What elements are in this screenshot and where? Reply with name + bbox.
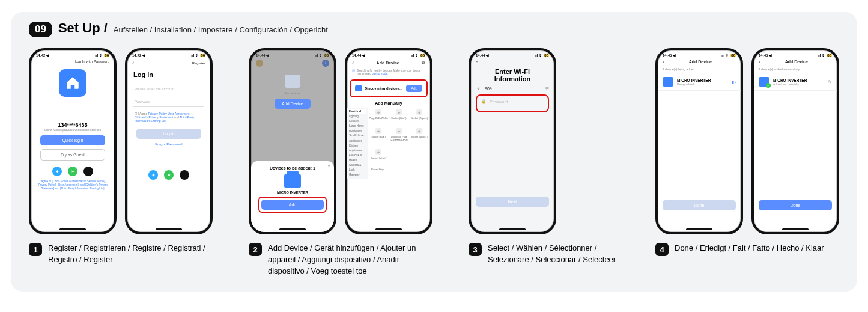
device-icon — [284, 174, 301, 188]
wifi-small-icon: ᯤ — [476, 87, 482, 91]
caption-number: 1 — [29, 243, 42, 256]
device-name: MICRO INVERTER — [256, 191, 329, 194]
add-device-button[interactable]: Add Device — [275, 99, 311, 109]
app-logo-icon — [59, 69, 86, 97]
discovering-box: Discovering devices... Add — [350, 79, 428, 97]
manual-categories: ElectricalLightingSensorsLarge Home Appl… — [347, 108, 430, 179]
swap-network-icon[interactable]: ⇄ — [545, 86, 549, 91]
masked-phone: 134****6435 — [31, 122, 114, 128]
try-guest-button[interactable]: Try as Guest — [40, 149, 105, 161]
add-found-button[interactable]: Add — [406, 85, 422, 92]
wechat-icon[interactable]: ✶ — [164, 170, 174, 180]
close-icon[interactable]: × — [476, 60, 478, 63]
close-icon[interactable]: × — [327, 164, 330, 169]
success-check-icon: ✓ — [766, 83, 771, 88]
provider-note: China Mobile provides verification servi… — [31, 128, 114, 132]
lock-icon: 🔒 — [481, 99, 487, 104]
phone-added: 14:45 ◀ıılᯤ86 ×Add Device 1 device(s) ad… — [751, 48, 839, 234]
phone-quicklogin: 14:42 ◀ ıılᯤ86 Log In with Password 134*… — [29, 48, 117, 234]
page-title: Add Device — [689, 60, 712, 64]
info-icon: ⓘ — [352, 69, 355, 72]
step-2: 14:44 ◀ıılᯤ86 + No devices Add Device × … — [249, 48, 432, 277]
quick-login-button[interactable]: Quick login — [40, 135, 105, 145]
close-icon[interactable]: × — [663, 60, 665, 64]
phone-wifi: 14:44 ◀ıılᯤ86 × Enter Wi-Fi Information … — [469, 48, 556, 234]
login-title: Log In — [127, 67, 210, 82]
step-4: 14:45 ◀ıılᯤ86 ×Add Device 1 device(s) be… — [655, 48, 839, 256]
sheet-title: Devices to be added: 1 — [256, 166, 329, 170]
forgot-password-link[interactable]: Forgot Password — [127, 142, 210, 146]
steps-row: 14:42 ◀ ıılᯤ86 Log In with Password 134*… — [29, 48, 839, 277]
device-grid[interactable]: Plug (BLE+Wi-Fi) Socket (Wi-Fi) Socket (… — [368, 108, 430, 179]
category-sidebar[interactable]: ElectricalLightingSensorsLarge Home Appl… — [347, 108, 368, 179]
device-thumb-icon — [355, 85, 362, 91]
caption-2: 2 Add Device / Gerät hinzufügen / Ajoute… — [249, 243, 432, 277]
phone-add-device: 14:44 ◀ıılᯤ86 ‹Add Device⧉ ⓘSearching fo… — [345, 48, 432, 234]
agree-checkbox[interactable]: ☐ I Agree Privacy Policy User Agreement … — [127, 109, 210, 125]
status-bar: 14:42 ◀ ıılᯤ86 — [31, 50, 114, 58]
alipay-icon[interactable]: ✦ — [148, 170, 158, 180]
phone-adding: 14:45 ◀ıılᯤ86 ×Add Device 1 device(s) be… — [655, 48, 743, 234]
step-3: 14:44 ◀ıılᯤ86 × Enter Wi-Fi Information … — [469, 48, 619, 266]
page-title: Add Device — [377, 61, 399, 65]
section-header: 09 Set Up / Aufstellen / Installation / … — [29, 20, 839, 37]
caption-3: 3 Select / Wählen / Sélectionner / Selez… — [469, 243, 619, 266]
back-icon[interactable]: ‹ — [352, 60, 354, 66]
apple-icon[interactable] — [180, 170, 189, 180]
ssid-row[interactable]: ᯤ809⇄ — [476, 86, 549, 91]
home-indicator — [59, 228, 86, 230]
section-title: Set Up / — [58, 20, 108, 36]
wifi-icon: ᯤ — [99, 54, 103, 57]
step-number: 09 — [29, 22, 52, 37]
battery-icon: 86 — [104, 54, 109, 57]
edit-icon[interactable]: ✎ — [828, 79, 832, 85]
register-link[interactable]: Register — [192, 61, 205, 65]
sheet-add-button[interactable]: Add — [261, 200, 324, 210]
adding-sub: 1 device(s) being added — [658, 65, 741, 73]
spinner-icon: ◐ — [732, 79, 736, 85]
search-banner: ⓘSearching for nearby devices. Make sure… — [347, 67, 430, 77]
caption-1: 1 Register / Registrieren / Registre / R… — [29, 243, 213, 266]
wifi-title: Enter Wi-Fi Information — [471, 64, 554, 86]
apple-icon[interactable] — [83, 167, 93, 176]
step-1: 14:42 ◀ ıılᯤ86 Log In with Password 134*… — [29, 48, 213, 266]
login-password-link[interactable]: Log In with Password — [75, 60, 109, 63]
alipay-icon[interactable]: ✦ — [52, 167, 62, 176]
back-icon[interactable]: ‹ — [132, 60, 134, 66]
next-button[interactable]: Next — [476, 197, 549, 207]
manual-section-09: 09 Set Up / Aufstellen / Installation / … — [11, 12, 857, 292]
wechat-icon[interactable]: ✶ — [68, 167, 77, 176]
device-icon — [663, 77, 673, 87]
login-button[interactable]: Log In — [136, 129, 201, 139]
section-subtitle: Aufstellen / Installation / Impostare / … — [114, 25, 328, 34]
phone-home-add: 14:44 ◀ıılᯤ86 + No devices Add Device × … — [249, 48, 336, 234]
signal-icon: ııl — [95, 54, 98, 57]
account-input[interactable]: Please enter the account — [133, 84, 204, 94]
phone-login: 14:42 ◀ıılᯤ86 ‹Register Log In Please en… — [125, 48, 213, 234]
location-icon: ◀ — [46, 54, 49, 57]
add-manually-title: Add Manually — [347, 101, 430, 105]
done-button-disabled: Done — [663, 200, 736, 210]
caption-4: 4 Done / Erledigt / Fait / Fatto / Hecho… — [655, 243, 824, 256]
no-devices-label: No devices — [251, 91, 334, 95]
close-icon[interactable]: × — [759, 60, 761, 64]
added-sub: 1 device(s) added successfully — [754, 65, 837, 73]
password-input[interactable]: Password — [133, 97, 204, 107]
done-button[interactable]: Done — [759, 200, 832, 210]
legal-text: I agree to [China Mobile Authentication … — [31, 180, 114, 191]
empty-home-icon — [285, 75, 300, 88]
scan-icon[interactable]: ⧉ — [422, 60, 425, 66]
device-row: ✓ MICRO INVERTERAdded successfully ✎ — [754, 73, 837, 91]
wifi-password-input[interactable]: 🔒Password — [481, 99, 544, 104]
password-box: 🔒Password — [476, 94, 549, 112]
device-row: MICRO INVERTERBeing added ◐ — [658, 73, 741, 91]
found-device-sheet: × Devices to be added: 1 MICRO INVERTER … — [251, 161, 334, 232]
social-logins: ✦ ✶ — [31, 167, 114, 176]
page-title: Add Device — [785, 60, 808, 64]
